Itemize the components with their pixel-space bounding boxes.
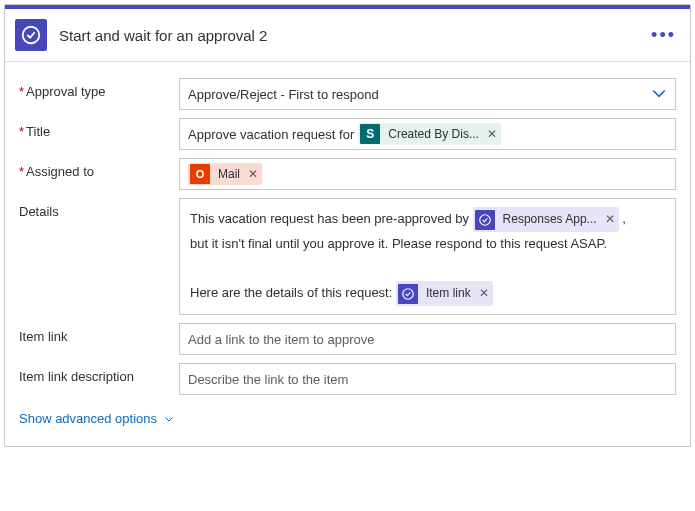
item-link-input[interactable]: Add a link to the item to approve (179, 323, 676, 355)
row-details: Details This vacation request has been p… (19, 198, 676, 315)
token-remove-icon[interactable]: ✕ (248, 167, 258, 181)
chevron-down-icon (163, 413, 175, 425)
title-text: Approve vacation request for (188, 127, 354, 142)
details-input[interactable]: This vacation request has been pre-appro… (179, 198, 676, 315)
advanced-label: Show advanced options (19, 411, 157, 426)
token-remove-icon[interactable]: ✕ (487, 127, 497, 141)
sharepoint-icon: S (360, 124, 380, 144)
label-approval-type: *Approval type (19, 78, 179, 99)
row-item-link-desc: Item link description Describe the link … (19, 363, 676, 395)
token-item-link[interactable]: Item link ✕ (396, 281, 493, 306)
details-text: but it isn't final until you approve it.… (190, 232, 665, 257)
approval-token-icon (398, 284, 418, 304)
item-link-placeholder: Add a link to the item to approve (188, 332, 374, 347)
token-label: Responses App... (501, 208, 599, 231)
more-menu-button[interactable]: ••• (651, 25, 676, 46)
svg-point-2 (403, 289, 414, 300)
chevron-down-icon[interactable] (649, 83, 669, 106)
token-responses-app[interactable]: Responses App... ✕ (473, 207, 619, 232)
row-assigned-to: *Assigned to O Mail ✕ (19, 158, 676, 190)
token-remove-icon[interactable]: ✕ (479, 282, 489, 305)
token-label: Item link (424, 282, 473, 305)
details-text: This vacation request has been pre-appro… (190, 211, 473, 226)
approval-token-icon (475, 210, 495, 230)
row-approval-type: *Approval type Approve/Reject - First to… (19, 78, 676, 110)
spacer (190, 257, 665, 282)
action-card: Start and wait for an approval 2 ••• *Ap… (4, 4, 691, 447)
card-body: *Approval type Approve/Reject - First to… (5, 62, 690, 446)
show-advanced-options[interactable]: Show advanced options (19, 403, 175, 434)
svg-point-1 (479, 214, 490, 225)
office-icon: O (190, 164, 210, 184)
item-link-desc-placeholder: Describe the link to the item (188, 372, 348, 387)
token-created-by[interactable]: S Created By Dis... ✕ (358, 123, 501, 145)
token-mail[interactable]: O Mail ✕ (188, 163, 262, 185)
details-text: , (622, 211, 626, 226)
card-title: Start and wait for an approval 2 (59, 27, 651, 44)
label-details: Details (19, 198, 179, 219)
approval-type-select[interactable]: Approve/Reject - First to respond (179, 78, 676, 110)
approval-icon (15, 19, 47, 51)
title-input[interactable]: Approve vacation request for S Created B… (179, 118, 676, 150)
item-link-desc-input[interactable]: Describe the link to the item (179, 363, 676, 395)
details-text: Here are the details of this request: (190, 286, 396, 301)
approval-type-value: Approve/Reject - First to respond (188, 87, 379, 102)
token-label: Created By Dis... (386, 127, 481, 141)
assigned-to-input[interactable]: O Mail ✕ (179, 158, 676, 190)
card-header: Start and wait for an approval 2 ••• (5, 5, 690, 62)
label-title: *Title (19, 118, 179, 139)
token-label: Mail (216, 167, 242, 181)
label-item-link-desc: Item link description (19, 363, 179, 384)
svg-point-0 (23, 27, 40, 44)
label-assigned-to: *Assigned to (19, 158, 179, 179)
label-item-link: Item link (19, 323, 179, 344)
token-remove-icon[interactable]: ✕ (605, 208, 615, 231)
row-title: *Title Approve vacation request for S Cr… (19, 118, 676, 150)
row-item-link: Item link Add a link to the item to appr… (19, 323, 676, 355)
